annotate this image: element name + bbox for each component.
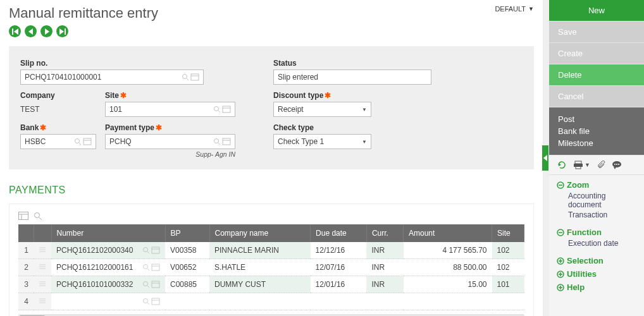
search-icon[interactable] — [213, 106, 221, 113]
prev-record-button[interactable] — [25, 25, 37, 37]
cell-bp[interactable]: C00885 — [165, 276, 209, 293]
table-row[interactable]: 4 — [18, 293, 524, 310]
cell-company[interactable]: DUMMY CUST — [209, 276, 311, 293]
search-icon[interactable] — [213, 138, 221, 145]
row-menu[interactable] — [34, 242, 51, 259]
row-menu-icon[interactable] — [39, 298, 46, 304]
cell-curr[interactable] — [366, 293, 403, 310]
cell-due-date[interactable]: 12/01/16 — [311, 276, 367, 293]
payments-grid[interactable]: Number BP Company name Due date Curr. Am… — [18, 224, 524, 310]
function-section[interactable]: Function — [549, 225, 644, 238]
col-number[interactable]: Number — [51, 224, 165, 242]
card-icon[interactable] — [151, 281, 160, 288]
cell-bp[interactable]: V00358 — [165, 242, 209, 259]
save-button[interactable]: Save — [549, 21, 644, 43]
cell-company[interactable]: PINNACLE MARIN — [209, 242, 311, 259]
cell-due-date[interactable] — [311, 293, 367, 310]
cell-bp[interactable]: V00652 — [165, 259, 209, 276]
attachment-icon[interactable] — [597, 161, 605, 169]
zoom-transaction[interactable]: Transaction — [549, 210, 644, 220]
cell-bp[interactable] — [165, 293, 209, 310]
collapse-handle[interactable] — [542, 145, 548, 171]
utilities-section[interactable]: Utilities — [549, 267, 644, 280]
card-icon[interactable] — [151, 298, 160, 305]
row-menu-icon[interactable] — [39, 246, 46, 253]
cell-site[interactable]: 102 — [492, 259, 524, 276]
next-record-button[interactable] — [40, 25, 53, 37]
row-menu-icon[interactable] — [39, 264, 46, 270]
print-icon[interactable]: ▼ — [573, 161, 590, 169]
col-bp[interactable]: BP — [165, 224, 209, 242]
table-row[interactable]: 3PCHQ1610101000332C00885DUMMY CUST12/01/… — [18, 276, 524, 293]
check-type-select[interactable]: Check Type 1 — [273, 134, 371, 149]
cell-number[interactable]: PCHQ1610101000332 — [51, 276, 165, 293]
col-curr[interactable]: Curr. — [366, 224, 403, 242]
selection-section[interactable]: Selection — [549, 253, 644, 267]
card-icon[interactable] — [222, 106, 231, 113]
col-company[interactable]: Company name — [209, 224, 311, 242]
table-row[interactable]: 1PCHQ1612102000340V00358PINNACLE MARIN12… — [18, 242, 524, 259]
cell-site[interactable]: 101 — [492, 276, 524, 293]
actions-panel[interactable]: Post Bank file Milestone — [549, 107, 644, 155]
row-menu-icon[interactable] — [39, 281, 46, 287]
cell-company[interactable]: S.HATLE — [209, 259, 311, 276]
slip-no-input[interactable]: PCHQ1704101000001 — [20, 70, 204, 85]
search-icon[interactable] — [34, 212, 42, 221]
function-execution-date[interactable]: Execution date — [549, 238, 644, 248]
row-menu[interactable] — [34, 276, 51, 293]
search-icon[interactable] — [142, 264, 150, 271]
refresh-icon[interactable] — [557, 161, 567, 169]
discount-type-select[interactable]: Receipt — [273, 102, 371, 117]
search-icon[interactable] — [142, 246, 150, 254]
card-icon[interactable] — [83, 138, 92, 145]
cell-site[interactable]: 102 — [492, 242, 524, 259]
row-menu[interactable] — [34, 259, 51, 276]
cancel-button[interactable]: Cancel — [549, 86, 644, 107]
cell-curr[interactable]: INR — [366, 242, 403, 259]
col-amount[interactable]: Amount — [404, 224, 492, 242]
bank-input[interactable]: HSBC — [20, 134, 96, 149]
comment-icon[interactable] — [612, 161, 622, 169]
help-section[interactable]: Help — [549, 280, 644, 293]
delete-button[interactable]: Delete — [549, 64, 644, 86]
new-button[interactable]: New — [549, 0, 644, 21]
card-icon[interactable] — [222, 138, 231, 145]
cell-company[interactable] — [209, 293, 311, 310]
payment-type-input[interactable]: PCHQ — [105, 134, 235, 149]
discount-type-label: Discount type✱ — [273, 91, 444, 100]
cell-site[interactable] — [492, 293, 524, 310]
card-icon[interactable] — [18, 212, 28, 220]
post-action[interactable]: Post — [558, 113, 635, 125]
cell-amount[interactable] — [404, 293, 492, 310]
cell-number[interactable]: PCHQ1612102000161 — [51, 259, 165, 276]
card-icon[interactable] — [151, 264, 160, 271]
table-row[interactable]: 2PCHQ1612102000161V00652S.HATLE12/07/16I… — [18, 259, 524, 276]
cell-amount[interactable]: 88 500.00 — [404, 259, 492, 276]
search-icon[interactable] — [74, 138, 82, 145]
col-due-date[interactable]: Due date — [311, 224, 367, 242]
create-button[interactable]: Create — [549, 43, 644, 64]
card-icon[interactable] — [151, 246, 160, 254]
zoom-accounting-document[interactable]: Accounting document — [549, 191, 644, 210]
row-menu[interactable] — [34, 293, 51, 310]
cell-amount[interactable]: 15.00 — [404, 276, 492, 293]
last-record-button[interactable] — [56, 25, 68, 37]
search-icon[interactable] — [182, 73, 189, 81]
bank-file-action[interactable]: Bank file — [558, 125, 635, 137]
card-icon[interactable] — [190, 73, 199, 81]
milestone-action[interactable]: Milestone — [558, 137, 635, 149]
cell-curr[interactable]: INR — [366, 276, 403, 293]
cell-number[interactable] — [51, 293, 165, 310]
search-icon[interactable] — [142, 281, 150, 288]
view-mode-dropdown[interactable]: DEFAULT ▼ — [495, 5, 534, 13]
cell-curr[interactable]: INR — [366, 259, 403, 276]
first-record-button[interactable] — [9, 25, 21, 37]
search-icon[interactable] — [142, 298, 150, 305]
cell-number[interactable]: PCHQ1612102000340 — [51, 242, 165, 259]
cell-amount[interactable]: 4 177 565.70 — [404, 242, 492, 259]
zoom-section[interactable]: Zoom — [549, 178, 644, 191]
cell-due-date[interactable]: 12/12/16 — [311, 242, 367, 259]
col-site[interactable]: Site — [492, 224, 524, 242]
cell-due-date[interactable]: 12/07/16 — [311, 259, 367, 276]
site-input[interactable]: 101 — [105, 102, 235, 117]
